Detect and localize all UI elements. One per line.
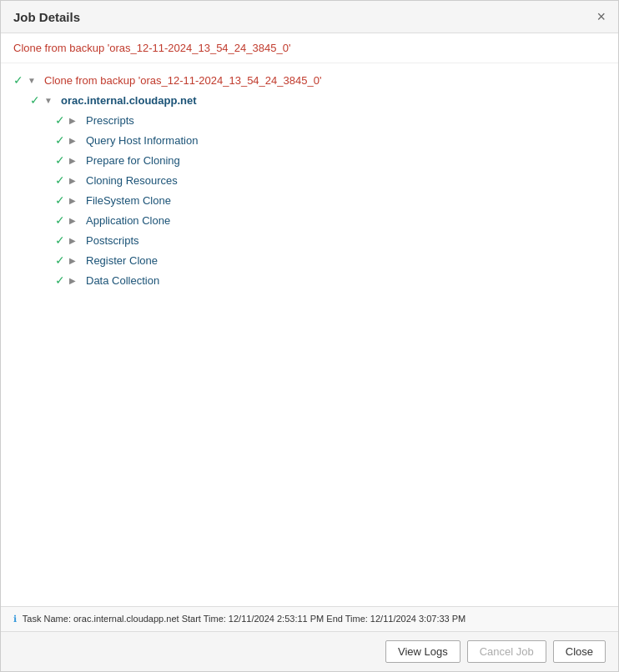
check-icon-3: ✓ (51, 173, 69, 187)
check-icon-6: ✓ (51, 233, 69, 247)
dialog-header: Job Details × (1, 1, 618, 33)
tree-item-label-0: Prescripts (86, 114, 134, 127)
check-icon-1: ✓ (51, 133, 69, 147)
tree-item-label-8: Data Collection (86, 274, 159, 287)
check-icon-4: ✓ (51, 193, 69, 207)
list-item: ✓ ▶ FileSystem Clone (1, 190, 618, 210)
tree-root-item: ✓ ▼ Clone from backup 'oras_12-11-2024_1… (1, 70, 618, 90)
expand-icon-1[interactable]: ▶ (69, 136, 83, 145)
tree-item-label-5: Application Clone (86, 214, 170, 227)
close-button[interactable]: Close (553, 640, 606, 663)
dialog-subtitle: Clone from backup 'oras_12-11-2024_13_54… (1, 33, 618, 63)
tree-item-label-3: Cloning Resources (86, 174, 178, 187)
job-details-dialog: Job Details × Clone from backup 'oras_12… (0, 0, 619, 672)
check-icon-0: ✓ (51, 113, 69, 127)
expand-icon-7[interactable]: ▶ (69, 256, 83, 265)
list-item: ✓ ▶ Register Clone (1, 250, 618, 270)
tree-item-label-4: FileSystem Clone (86, 194, 171, 207)
list-item: ✓ ▶ Postscripts (1, 230, 618, 250)
info-icon: ℹ (13, 614, 17, 624)
tree-item-label-7: Register Clone (86, 254, 158, 267)
check-icon-7: ✓ (51, 253, 69, 267)
check-icon-5: ✓ (51, 213, 69, 227)
expand-icon-2[interactable]: ▶ (69, 156, 83, 165)
tree-area: ✓ ▼ Clone from backup 'oras_12-11-2024_1… (1, 63, 618, 606)
check-icon-host: ✓ (26, 93, 44, 107)
view-logs-button[interactable]: View Logs (385, 640, 460, 663)
expand-icon-host[interactable]: ▼ (44, 96, 58, 105)
expand-icon-5[interactable]: ▶ (69, 216, 83, 225)
dialog-title: Job Details (13, 10, 80, 24)
check-icon-root: ✓ (9, 73, 28, 87)
list-item: ✓ ▶ Data Collection (1, 270, 618, 290)
footer-info-text: Task Name: orac.internal.cloudapp.net St… (23, 614, 466, 624)
list-item: ✓ ▶ Query Host Information (1, 130, 618, 150)
expand-icon-8[interactable]: ▶ (69, 276, 83, 285)
list-item: ✓ ▶ Application Clone (1, 210, 618, 230)
expand-icon-0[interactable]: ▶ (69, 116, 83, 125)
expand-icon-6[interactable]: ▶ (69, 236, 83, 245)
list-item: ✓ ▶ Cloning Resources (1, 170, 618, 190)
check-icon-2: ✓ (51, 153, 69, 167)
tree-item-label-6: Postscripts (86, 234, 139, 247)
list-item: ✓ ▶ Prescripts (1, 110, 618, 130)
tree-host-item: ✓ ▼ orac.internal.cloudapp.net (1, 90, 618, 110)
expand-icon-3[interactable]: ▶ (69, 176, 83, 185)
tree-item-label-2: Prepare for Cloning (86, 154, 180, 167)
tree-content: ✓ ▼ Clone from backup 'oras_12-11-2024_1… (1, 63, 618, 606)
footer-buttons: View Logs Cancel Job Close (1, 631, 618, 671)
expand-icon-4[interactable]: ▶ (69, 196, 83, 205)
expand-icon-root[interactable]: ▼ (28, 76, 41, 85)
footer-info: ℹ Task Name: orac.internal.cloudapp.net … (1, 606, 618, 631)
tree-host-label: orac.internal.cloudapp.net (61, 94, 197, 107)
cancel-job-button[interactable]: Cancel Job (467, 640, 546, 663)
check-icon-8: ✓ (51, 273, 69, 287)
list-item: ✓ ▶ Prepare for Cloning (1, 150, 618, 170)
tree-item-label-1: Query Host Information (86, 134, 198, 147)
tree-root-label: Clone from backup 'oras_12-11-2024_13_54… (44, 74, 321, 87)
close-icon[interactable]: × (596, 9, 606, 24)
